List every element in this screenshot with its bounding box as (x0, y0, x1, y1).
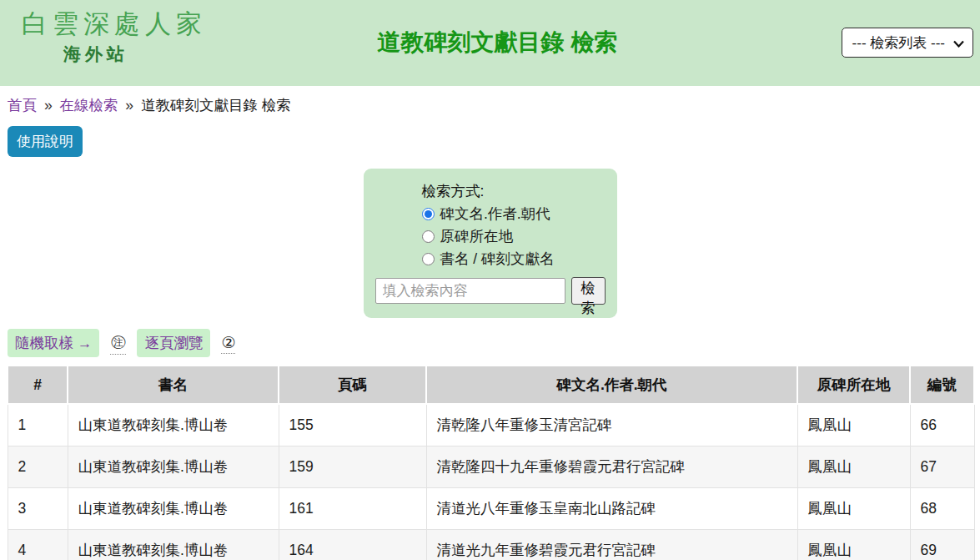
breadcrumb-home-link[interactable]: 首頁 (8, 97, 37, 114)
table-cell: 67 (910, 446, 974, 488)
search-list-select[interactable]: --- 檢索列表 --- (842, 28, 973, 58)
table-cell: 清道光九年重修碧霞元君行宮記碑 (426, 530, 797, 560)
search-option-1[interactable]: 原碑所在地 (422, 226, 606, 246)
search-option-radio-1[interactable] (422, 230, 435, 243)
search-input[interactable] (375, 278, 565, 304)
table-cell: 3 (8, 488, 68, 530)
table-cell: 1 (8, 404, 68, 446)
table-cell: 山東道教碑刻集.博山卷 (68, 446, 279, 488)
table-header-cell: # (8, 366, 68, 404)
search-option-0[interactable]: 碑文名.作者.朝代 (422, 204, 606, 224)
table-cell: 69 (910, 530, 974, 560)
breadcrumb-current: 道教碑刻文獻目錄 檢索 (141, 97, 291, 114)
table-cell: 155 (279, 404, 426, 446)
search-panel: 檢索方式: 碑文名.作者.朝代原碑所在地書名 / 碑刻文獻名 檢索 (364, 169, 617, 318)
results-table: #書名頁碼碑文名.作者.朝代原碑所在地編號 1山東道教碑刻集.博山卷155清乾隆… (7, 365, 975, 560)
table-header-cell: 碑文名.作者.朝代 (426, 366, 797, 404)
table-cell: 清乾隆四十九年重修碧霞元君行宮記碑 (426, 446, 797, 488)
search-method-label: 檢索方式: (422, 181, 606, 201)
page-browse-link[interactable]: 逐頁瀏覽 (137, 329, 210, 357)
logo-main-text: 白雲深處人家 (22, 8, 378, 39)
table-header-cell: 書名 (68, 366, 279, 404)
table-cell: 山東道教碑刻集.博山卷 (68, 530, 279, 560)
table-header-cell: 原碑所在地 (797, 366, 910, 404)
table-row: 4山東道教碑刻集.博山卷164清道光九年重修碧霞元君行宮記碑鳳凰山69 (8, 530, 974, 560)
table-cell: 66 (910, 404, 974, 446)
table-cell: 68 (910, 488, 974, 530)
breadcrumb-online-search-link[interactable]: 在線檢索 (59, 97, 118, 114)
page-count-circled-icon[interactable]: ② (221, 333, 235, 354)
table-cell: 4 (8, 530, 68, 560)
random-sample-link[interactable]: 隨機取樣 → (8, 329, 99, 357)
table-cell: 161 (279, 488, 426, 530)
table-cell: 山東道教碑刻集.博山卷 (68, 488, 279, 530)
header-right: --- 檢索列表 --- (617, 0, 980, 58)
table-cell: 2 (8, 446, 68, 488)
search-submit-button[interactable]: 檢索 (571, 277, 606, 305)
search-option-2[interactable]: 書名 / 碑刻文獻名 (422, 249, 606, 269)
search-list-select-value: --- 檢索列表 --- (852, 33, 945, 53)
help-button[interactable]: 使用說明 (8, 126, 83, 157)
breadcrumb-separator: » (44, 97, 53, 114)
site-logo[interactable]: 白雲深處人家 海外站 (0, 0, 378, 66)
search-option-label: 書名 / 碑刻文獻名 (440, 249, 555, 269)
table-cell: 清乾隆八年重修玉清宮記碑 (426, 404, 797, 446)
breadcrumb: 首頁 » 在線檢索 » 道教碑刻文獻目錄 檢索 (8, 95, 980, 115)
table-cell: 鳳凰山 (797, 446, 910, 488)
page-title: 道教碑刻文獻目錄 檢索 (378, 27, 618, 58)
table-cell: 鳳凰山 (797, 404, 910, 446)
table-cell: 山東道教碑刻集.博山卷 (68, 404, 279, 446)
results-table-body: 1山東道教碑刻集.博山卷155清乾隆八年重修玉清宮記碑鳳凰山662山東道教碑刻集… (8, 404, 974, 560)
table-cell: 鳳凰山 (797, 488, 910, 530)
table-header-cell: 編號 (910, 366, 974, 404)
table-cell: 164 (279, 530, 426, 560)
search-options: 碑文名.作者.朝代原碑所在地書名 / 碑刻文獻名 (422, 204, 606, 269)
search-option-label: 碑文名.作者.朝代 (440, 204, 550, 224)
table-cell: 清道光八年重修玉皇南北山路記碑 (426, 488, 797, 530)
table-row: 2山東道教碑刻集.博山卷159清乾隆四十九年重修碧霞元君行宮記碑鳳凰山67 (8, 446, 974, 488)
table-row: 1山東道教碑刻集.博山卷155清乾隆八年重修玉清宮記碑鳳凰山66 (8, 404, 974, 446)
table-row: 3山東道教碑刻集.博山卷161清道光八年重修玉皇南北山路記碑鳳凰山68 (8, 488, 974, 530)
table-header-cell: 頁碼 (279, 366, 426, 404)
table-header-row: #書名頁碼碑文名.作者.朝代原碑所在地編號 (8, 366, 974, 404)
logo-sub-text: 海外站 (63, 43, 378, 66)
table-cell: 159 (279, 446, 426, 488)
search-option-label: 原碑所在地 (440, 226, 514, 246)
table-cell: 鳳凰山 (797, 530, 910, 560)
site-header: 白雲深處人家 海外站 道教碑刻文獻目錄 檢索 --- 檢索列表 --- (0, 0, 980, 86)
search-option-radio-2[interactable] (422, 253, 435, 265)
quick-links-row: 隨機取樣 → ㊟ 逐頁瀏覽 ② (8, 329, 980, 357)
search-option-radio-0[interactable] (422, 208, 435, 220)
note-circled-icon[interactable]: ㊟ (110, 331, 126, 355)
breadcrumb-separator: » (125, 97, 133, 114)
chevron-down-icon (953, 40, 964, 48)
